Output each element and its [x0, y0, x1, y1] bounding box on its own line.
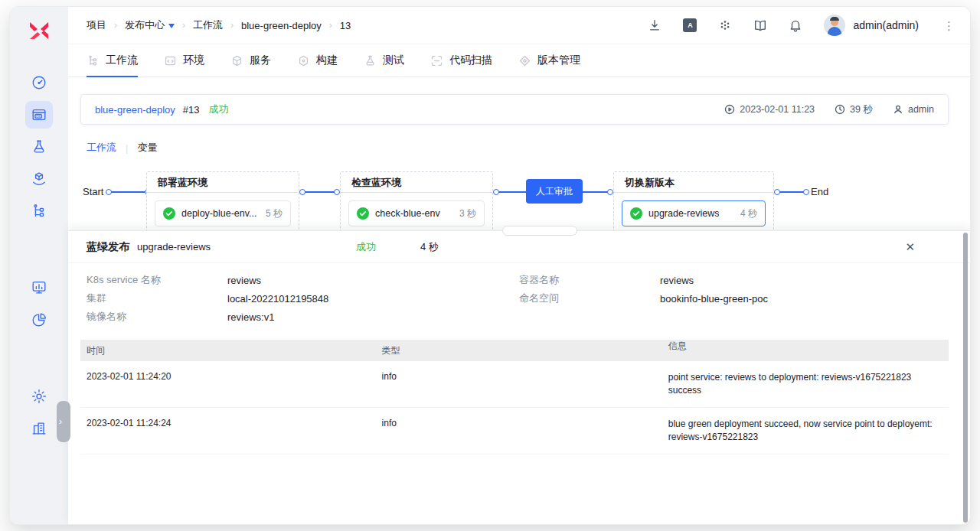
breadcrumb-separator: ›	[329, 20, 332, 31]
task-card-check-blue-env[interactable]: check-blue-env 3 秒	[348, 200, 485, 226]
detail-column-left: K8s service 名称 reviews 集群 local-20221012…	[87, 271, 519, 326]
task-duration: 4 秒	[740, 207, 757, 220]
log-message: point service: reviews to deployment: re…	[662, 371, 949, 397]
run-meta: 2023-02-01 11:23 39 秒 admin	[724, 103, 934, 116]
task-card-deploy-blue-env[interactable]: deploy-blue-env... 5 秒	[155, 200, 291, 226]
sidebar-item-test-lab[interactable]	[25, 133, 53, 161]
flow-connector	[110, 191, 146, 193]
run-start-time: 2023-02-01 11:23	[724, 104, 815, 115]
task-detail-list: K8s service 名称 reviews 集群 local-20221012…	[68, 263, 970, 331]
run-pipeline-name-link[interactable]: blue-green-deploy	[95, 104, 175, 116]
log-table-row: 2023-02-01 11:24:20 info point service: …	[80, 361, 949, 408]
log-time: 2023-02-01 11:24:20	[80, 371, 376, 397]
tab-code-scan[interactable]: 代码扫描	[430, 44, 492, 77]
tab-test[interactable]: 测试	[364, 44, 404, 77]
column-header-time: 时间	[80, 340, 376, 361]
flow-connector	[498, 191, 526, 193]
breadcrumb-item-release-center[interactable]: 发布中心	[125, 18, 175, 32]
tab-version[interactable]: 版本管理	[518, 44, 580, 77]
success-check-icon	[163, 207, 175, 220]
task-name: upgrade-reviews	[648, 208, 719, 219]
detail-row: 命名空间 bookinfo-blue-green-poc	[519, 289, 952, 308]
tab-environment[interactable]: 环境	[164, 44, 204, 77]
tab-service[interactable]: 服务	[230, 44, 271, 77]
translate-icon[interactable]: A	[683, 18, 697, 32]
detail-row: K8s service 名称 reviews	[87, 271, 519, 289]
tab-build[interactable]: 构建	[297, 44, 338, 77]
breadcrumb-separator: ›	[114, 20, 117, 31]
avatar[interactable]	[824, 15, 845, 36]
log-time: 2023-02-01 11:24:24	[80, 418, 376, 444]
task-detail-drawer: › 蓝绿发布 upgrade-reviews 成功 4 秒 ✕ K8s serv…	[68, 230, 970, 524]
subtab-divider: |	[126, 142, 128, 154]
column-header-message: 信息	[662, 340, 949, 361]
sidebar-item-monitor[interactable]	[25, 274, 53, 301]
tab-label: 构建	[316, 54, 338, 67]
vertical-scrollbar[interactable]	[963, 233, 968, 523]
app-window: PM	[9, 6, 971, 525]
detail-column-right: 容器名称 reviews 命名空间 bookinfo-blue-green-po…	[519, 271, 952, 326]
username-label: admin(admin)	[853, 19, 919, 31]
sidebar-item-pipeline[interactable]	[25, 197, 53, 225]
sidebar-item-delivery[interactable]	[25, 165, 53, 193]
flow-connector	[583, 191, 609, 193]
run-status-badge: 成功	[209, 103, 229, 116]
breadcrumb-item-pipeline-name[interactable]: blue-green-deploy	[241, 20, 322, 31]
docs-icon[interactable]	[753, 18, 767, 32]
task-name: check-blue-env	[375, 208, 440, 219]
sidebar-item-dashboard[interactable]	[25, 69, 53, 96]
tab-label: 环境	[183, 54, 204, 67]
sidebar-item-report[interactable]	[25, 415, 53, 442]
subtab-variables[interactable]: 变量	[137, 141, 157, 155]
close-icon[interactable]: ✕	[905, 241, 915, 252]
task-duration: 5 秒	[266, 207, 283, 220]
apps-icon[interactable]	[718, 18, 732, 32]
breadcrumb-item-project[interactable]: 项目	[87, 18, 106, 32]
more-menu-icon[interactable]: ⋮	[940, 20, 958, 31]
sidebar-item-analytics[interactable]	[25, 306, 53, 334]
sidebar-item-project-management[interactable]: PM	[25, 101, 53, 129]
person-icon	[893, 104, 903, 115]
stage-title: 切换新版本	[614, 172, 773, 193]
user-menu[interactable]: admin(admin)	[824, 15, 919, 36]
run-duration: 39 秒	[835, 103, 873, 116]
flow-start-label: Start	[83, 186, 103, 197]
topbar: 项目 › 发布中心 › 工作流 › blue-green-deploy › 13…	[68, 7, 970, 44]
success-check-icon	[357, 207, 369, 220]
log-type: info	[376, 418, 662, 444]
breadcrumb-separator: ›	[230, 20, 234, 31]
log-table-header: 时间 类型 信息	[80, 340, 949, 361]
stage-check-blue-env: 检查蓝环境 check-blue-env 3 秒	[340, 171, 493, 234]
drawer-task-name: upgrade-reviews	[137, 241, 211, 252]
success-check-icon	[630, 207, 642, 220]
drawer-task-type: 蓝绿发布	[87, 240, 129, 254]
topbar-actions: A admin(admin) ⋮	[648, 15, 958, 36]
chevron-down-icon[interactable]	[168, 24, 175, 28]
notifications-bell-icon[interactable]	[789, 18, 802, 32]
drawer-duration: 4 秒	[420, 240, 439, 254]
module-tabbar: 工作流 环境 服务 构建 测试 代码扫描	[68, 44, 970, 77]
tab-label: 测试	[383, 54, 404, 67]
stage-title: 部署蓝环境	[147, 172, 299, 193]
sidebar-nav: PM	[25, 69, 53, 442]
stage-title: 检查蓝环境	[341, 172, 492, 193]
drawer-collapse-handle[interactable]: ›	[57, 401, 70, 442]
subtab-workflow[interactable]: 工作流	[87, 141, 116, 155]
brand-logo-icon[interactable]	[26, 19, 52, 42]
task-card-upgrade-reviews[interactable]: upgrade-reviews 4 秒	[622, 200, 766, 226]
drawer-status-badge: 成功	[356, 240, 376, 254]
stage-switch-new-version: 切换新版本 upgrade-reviews 4 秒	[613, 171, 774, 234]
tab-workflow[interactable]: 工作流	[87, 44, 138, 77]
sidebar-item-settings[interactable]	[25, 383, 53, 410]
task-name: deploy-blue-env...	[181, 208, 256, 219]
run-summary-card: blue-green-deploy #13 成功 2023-02-01 11:2…	[80, 94, 949, 125]
detail-row: 镜像名称 reviews:v1	[87, 308, 519, 326]
horizontal-scrollbar[interactable]	[502, 226, 577, 236]
drawer-header: 蓝绿发布 upgrade-reviews 成功 4 秒 ✕	[68, 231, 970, 263]
manual-approval-node[interactable]: 人工审批	[526, 179, 583, 204]
breadcrumb-item-workflow[interactable]: 工作流	[193, 18, 223, 32]
tab-label: 服务	[250, 54, 271, 67]
stage-deploy-blue-env: 部署蓝环境 deploy-blue-env... 5 秒	[146, 171, 299, 234]
column-header-type: 类型	[376, 340, 662, 361]
download-icon[interactable]	[648, 18, 662, 32]
